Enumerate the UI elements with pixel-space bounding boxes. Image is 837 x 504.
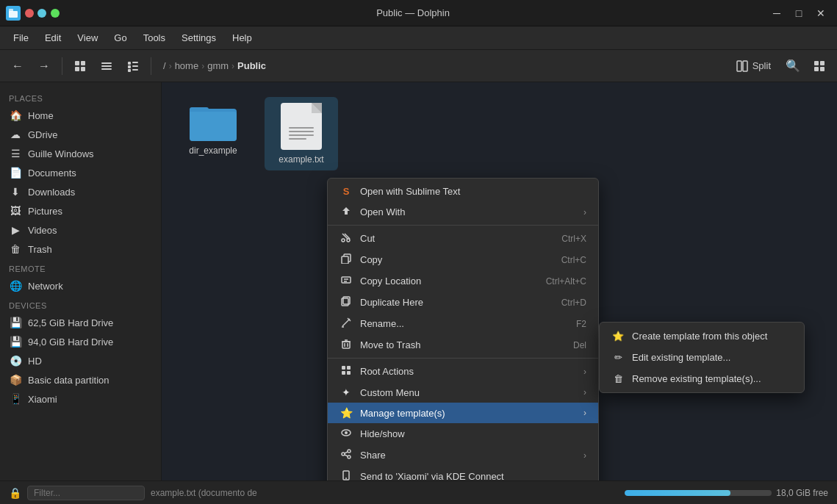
sidebar-item-guille[interactable]: ☰ Guille Windows [0, 144, 161, 163]
forward-button[interactable]: → [32, 54, 56, 78]
ctx-label-hide-show: Hide/show [360, 428, 405, 439]
ctx-open-sublime[interactable]: S Open with Sublime Text [328, 181, 598, 201]
ctx-rename[interactable]: Rename... F2 [328, 313, 598, 334]
breadcrumb-gmm[interactable]: gmm [207, 60, 229, 71]
ctx-share[interactable]: Share › [328, 444, 598, 466]
svg-rect-15 [737, 61, 741, 71]
sidebar-item-xiaomi[interactable]: 📱 Xiaomi [0, 389, 161, 408]
statusbar: 🔒 example.txt (documento de 18,0 GiB fre… [0, 480, 837, 504]
ctx-hide-show[interactable]: Hide/show [328, 423, 598, 444]
ctx-label-root-actions: Root Actions [360, 366, 414, 377]
svg-point-49 [348, 456, 351, 458]
file-corner [312, 103, 322, 113]
menu-help[interactable]: Help [225, 29, 259, 46]
ctx-cut[interactable]: Cut Ctrl+X [328, 228, 598, 249]
ctx-label-send-xiaomi: Send to 'Xiaomi' via KDE Connect [360, 471, 504, 480]
svg-rect-28 [342, 277, 351, 283]
sub-edit-template[interactable]: ✏ Edit existing template... [600, 347, 804, 368]
ctx-trash[interactable]: Move to Trash Del [328, 334, 598, 356]
sidebar-item-downloads[interactable]: ⬇ Downloads [0, 182, 161, 201]
sidebar-label-documents: Documents [28, 168, 76, 179]
guille-icon: ☰ [9, 148, 22, 159]
close-button[interactable]: ✕ [811, 3, 831, 24]
context-menu: S Open with Sublime Text Open With › Cut… [327, 178, 599, 480]
places-section-title: Places [0, 88, 161, 106]
ctx-send-xiaomi[interactable]: Send to 'Xiaomi' via KDE Connect [328, 466, 598, 480]
menu-go[interactable]: Go [107, 29, 134, 46]
svg-rect-6 [101, 62, 112, 64]
window-dots [25, 9, 46, 18]
sub-label-edit: Edit existing template... [632, 352, 730, 363]
ctx-sep-1 [328, 225, 598, 226]
sidebar-item-network[interactable]: 🌐 Network [0, 276, 161, 295]
ctx-duplicate[interactable]: Duplicate Here Ctrl+D [328, 292, 598, 313]
view-list-button[interactable] [95, 54, 118, 78]
devices-section-title: Devices [0, 295, 161, 313]
progressbar-fill [625, 490, 730, 496]
split-button[interactable]: Split [729, 57, 778, 75]
lock-icon: 🔒 [9, 487, 21, 499]
ctx-open-with[interactable]: Open With › [328, 201, 598, 223]
svg-rect-42 [347, 366, 351, 370]
pictures-icon: 🖼 [9, 205, 22, 217]
view-icons-button[interactable] [68, 54, 92, 78]
ctx-manage-templates[interactable]: ⭐ Manage template(s) › [328, 403, 598, 423]
search-button[interactable]: 🔍 [781, 54, 805, 78]
ctx-label-rename: Rename... [360, 318, 404, 329]
menu-tools[interactable]: Tools [136, 29, 173, 46]
submenu-templates: ⭐ Create template from this object ✏ Edi… [599, 322, 805, 393]
sidebar-item-pictures[interactable]: 🖼 Pictures [0, 201, 161, 220]
sub-remove-template[interactable]: 🗑 Remove existing template(s)... [600, 368, 804, 389]
minimize-button[interactable]: ─ [766, 3, 787, 24]
sidebar-item-trash[interactable]: 🗑 Trash [0, 240, 161, 259]
sidebar-label-basic: Basic data partition [28, 375, 109, 386]
sidebar-label-trash: Trash [28, 244, 52, 255]
svg-rect-36 [342, 342, 350, 348]
view-compact-button[interactable] [121, 54, 145, 78]
ctx-sep-2 [328, 358, 598, 359]
file-item-dir[interactable]: dir_example [176, 97, 250, 170]
share-icon [340, 449, 353, 461]
sidebar-item-home[interactable]: 🏠 Home [0, 106, 161, 125]
sub-create-template[interactable]: ⭐ Create template from this object [600, 325, 804, 347]
storage-text: 18,0 GiB free [776, 488, 828, 498]
progressbar [625, 490, 772, 496]
openwith-icon [340, 206, 353, 218]
menu-settings[interactable]: Settings [174, 29, 223, 46]
menu-file[interactable]: File [6, 29, 36, 46]
filter-input[interactable] [27, 486, 145, 500]
back-button[interactable]: ← [6, 54, 29, 78]
sublime-icon: S [340, 186, 353, 197]
file-item-txt[interactable]: example.txt [265, 97, 338, 170]
sidebar-item-videos[interactable]: ▶ Videos [0, 220, 161, 240]
breadcrumb-root[interactable]: / [163, 60, 166, 71]
breadcrumb-home[interactable]: home [175, 60, 199, 71]
titlebar-left [6, 6, 60, 21]
ctx-root-actions[interactable]: Root Actions › [328, 361, 598, 382]
svg-rect-16 [743, 61, 747, 71]
menu-edit[interactable]: Edit [37, 29, 68, 46]
configure-button[interactable] [808, 54, 831, 78]
svg-rect-41 [342, 366, 345, 370]
sidebar-item-basic[interactable]: 📦 Basic data partition [0, 370, 161, 389]
breadcrumb-public[interactable]: Public [237, 60, 266, 71]
sidebar-label-downloads: Downloads [28, 187, 75, 198]
ctx-custom-menu[interactable]: ✦ Custom Menu › [328, 382, 598, 403]
sidebar-item-gdrive[interactable]: ☁ GDrive [0, 125, 161, 144]
file-name-txt: example.txt [279, 154, 323, 165]
ctx-copy-location[interactable]: Copy Location Ctrl+Alt+C [328, 270, 598, 292]
svg-rect-44 [347, 371, 351, 375]
sidebar-item-documents[interactable]: 📄 Documents [0, 163, 161, 182]
sidebar-item-hd2[interactable]: 💾 94,0 GiB Hard Drive [0, 332, 161, 351]
downloads-icon: ⬇ [9, 186, 22, 198]
ctx-copy[interactable]: Copy Ctrl+C [328, 249, 598, 270]
share-arrow: › [583, 450, 586, 461]
sidebar-item-hd[interactable]: 💿 HD [0, 351, 161, 370]
svg-line-50 [345, 452, 348, 453]
file-name-dir: dir_example [189, 145, 237, 156]
menu-view[interactable]: View [70, 29, 105, 46]
sidebar-item-hd1[interactable]: 💾 62,5 GiB Hard Drive [0, 313, 161, 332]
maximize-button[interactable]: □ [788, 3, 809, 24]
documents-icon: 📄 [9, 167, 22, 179]
openwith-arrow: › [583, 207, 586, 217]
